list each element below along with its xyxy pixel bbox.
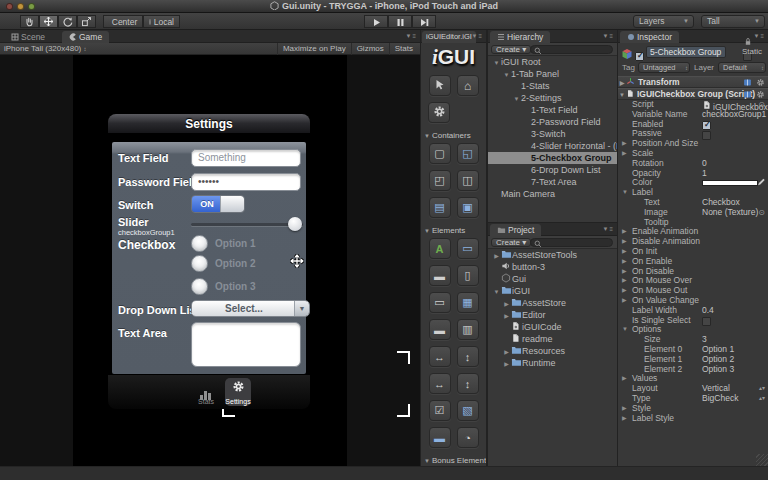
slider-knob[interactable] xyxy=(288,217,302,231)
activity-indicator-button[interactable]: ◔ xyxy=(457,427,479,448)
layout-dropdown[interactable]: Tall▼ xyxy=(701,15,765,28)
foldout-arrow[interactable]: ▶ xyxy=(622,276,627,286)
foldout-arrow[interactable]: ▶ xyxy=(622,237,627,247)
tab-game[interactable]: Game xyxy=(62,31,109,43)
project-item[interactable]: ▶Runtime xyxy=(488,357,617,369)
hierarchy-item[interactable]: 1-Text Field xyxy=(488,104,617,116)
dropdown-arrow-button[interactable]: ▼ xyxy=(294,301,309,316)
switch-control[interactable]: ON xyxy=(191,195,245,213)
project-item[interactable]: Gui xyxy=(488,273,617,285)
progressbar-button[interactable]: ▬ xyxy=(429,427,451,448)
hierarchy-item[interactable]: 6-Drop Down List xyxy=(488,164,617,176)
app-tab-settings[interactable]: Settings xyxy=(225,378,251,406)
gameobject-name-field[interactable]: 5-Checkbox Group xyxy=(646,46,726,58)
slider-vertical-button[interactable]: ↕ xyxy=(457,346,479,367)
rotate-tool-button[interactable] xyxy=(58,15,77,28)
home-button[interactable]: ⌂ xyxy=(457,75,479,96)
radio-option-1[interactable] xyxy=(191,235,208,252)
hierarchy-item[interactable]: Main Camera xyxy=(488,188,617,200)
hierarchy-item[interactable]: 7-Text Area xyxy=(488,176,617,188)
stats-button[interactable]: Stats xyxy=(389,43,418,55)
hierarchy-item[interactable]: 1-Stats xyxy=(488,80,617,92)
slider-horizontal-button[interactable]: ↔ xyxy=(429,346,451,367)
gizmos-button[interactable]: Gizmos xyxy=(351,43,389,55)
inspector-row-label-style[interactable]: ▶Label Style xyxy=(618,414,768,424)
slider-track[interactable] xyxy=(191,223,303,226)
tab-inspector[interactable]: Inspector xyxy=(620,31,679,43)
slider2-vertical-button[interactable]: ↕ xyxy=(457,373,479,394)
switch-knob[interactable] xyxy=(220,196,244,212)
script-component-header[interactable]: ▼IGUICheckbox Group (Script) xyxy=(618,88,768,100)
panel-button[interactable]: ◰ xyxy=(429,170,451,191)
inspector-row-image[interactable]: ImageNone (Texture)⊙ xyxy=(618,208,768,218)
active-checkbox[interactable] xyxy=(635,52,644,61)
foldout-arrow[interactable]: ▶ xyxy=(622,257,627,267)
inspector-row-element-1[interactable]: Element 1Option 2 xyxy=(618,355,768,365)
tab-scene[interactable]: Scene xyxy=(4,31,52,43)
text-field-input[interactable]: Something xyxy=(191,149,301,167)
hierarchy-item[interactable]: ▼2-Settings xyxy=(488,92,617,104)
project-item[interactable]: readme xyxy=(488,333,617,345)
split-container-button[interactable]: ◫ xyxy=(457,170,479,191)
resize-grip[interactable] xyxy=(756,454,768,466)
slider2-horizontal-button[interactable]: ↔ xyxy=(429,373,451,394)
password-field-input[interactable]: •••••• xyxy=(191,173,301,191)
container-button[interactable]: ▢ xyxy=(429,143,451,164)
window-button[interactable]: ◱ xyxy=(457,143,479,164)
foldout-arrow[interactable]: ▼ xyxy=(622,325,628,335)
foldout-arrow[interactable]: ▶ xyxy=(622,227,627,237)
project-item[interactable]: button-3 xyxy=(488,261,617,273)
foldout-arrow[interactable]: ▶ xyxy=(622,286,627,296)
project-item[interactable]: ▼iGUI xyxy=(488,285,617,297)
aspect-dropdown[interactable]: iPhone Tall (320x480) ↕ xyxy=(4,44,86,54)
foldout-arrow[interactable]: ▶ xyxy=(622,414,627,424)
hand-tool-button[interactable] xyxy=(20,15,39,28)
hierarchy-item[interactable]: 5-Checkbox Group xyxy=(488,152,617,164)
maximize-on-play-button[interactable]: Maximize on Play xyxy=(277,43,351,55)
radio-option-2[interactable] xyxy=(191,255,208,272)
panel-menu-icon[interactable]: ▼≡ xyxy=(603,226,614,232)
separator-button[interactable]: ▬ xyxy=(429,319,451,340)
transform-component-header[interactable]: ▶Transform xyxy=(618,76,768,88)
foldout-arrow[interactable]: ▶ xyxy=(622,139,627,149)
foldout-arrow[interactable]: ▶ xyxy=(622,247,627,257)
play-button[interactable] xyxy=(364,15,388,28)
project-item[interactable]: ▶Editor xyxy=(488,309,617,321)
property-value[interactable]: BigCheck xyxy=(702,394,738,404)
inspector-row-element-0[interactable]: Element 0Option 1 xyxy=(618,345,768,355)
layers-dropdown[interactable]: Layers▼ xyxy=(633,15,694,28)
inspector-row-label[interactable]: ▼Label xyxy=(618,188,768,198)
project-item[interactable]: iGUICode xyxy=(488,321,617,333)
project-item[interactable]: ▶AssetStore xyxy=(488,297,617,309)
hierarchy-item[interactable]: 2-Password Field xyxy=(488,116,617,128)
panel-menu-icon[interactable]: ▼≡ xyxy=(754,33,765,39)
foldout-arrow[interactable]: ▶ xyxy=(622,296,627,306)
search-input[interactable] xyxy=(530,45,613,54)
hierarchy-item[interactable]: 3-Switch xyxy=(488,128,617,140)
create-button[interactable]: Create ▾ xyxy=(491,45,531,54)
foldout-arrow[interactable]: ▶ xyxy=(622,149,627,159)
layer-dropdown[interactable]: Default xyxy=(718,62,766,73)
pivot-center-button[interactable]: Center xyxy=(103,15,143,28)
textfield-button[interactable]: ▬ xyxy=(429,265,451,286)
panel-menu-icon[interactable]: ▼≡ xyxy=(603,33,614,39)
create-button[interactable]: Create ▾ xyxy=(491,238,531,247)
photo-button[interactable]: ▧ xyxy=(457,400,479,421)
dropdown-control[interactable]: Select... ▼ xyxy=(191,300,310,317)
hierarchy-item[interactable]: ▼iGUI Root xyxy=(488,56,617,68)
panel-menu-icon[interactable]: ▼≡ xyxy=(406,33,417,39)
section-header-containers[interactable]: ▼Containers xyxy=(421,129,486,143)
table-button[interactable]: ▥ xyxy=(457,319,479,340)
radio-option-3[interactable] xyxy=(191,278,208,295)
pointer-tool-button[interactable] xyxy=(429,75,451,96)
textarea-button[interactable]: ▭ xyxy=(429,292,451,313)
tag-dropdown[interactable]: Untagged xyxy=(638,62,690,73)
image-button[interactable]: ▯ xyxy=(457,265,479,286)
foldout-arrow[interactable]: ▼ xyxy=(622,188,628,198)
foldout-arrow[interactable]: ▶ xyxy=(622,404,627,414)
image-container-button[interactable]: ▣ xyxy=(457,197,479,218)
color-swatch[interactable] xyxy=(702,180,758,186)
igui-settings-button[interactable] xyxy=(428,102,450,123)
project-item[interactable]: ▶Resources xyxy=(488,345,617,357)
step-button[interactable] xyxy=(412,15,436,28)
